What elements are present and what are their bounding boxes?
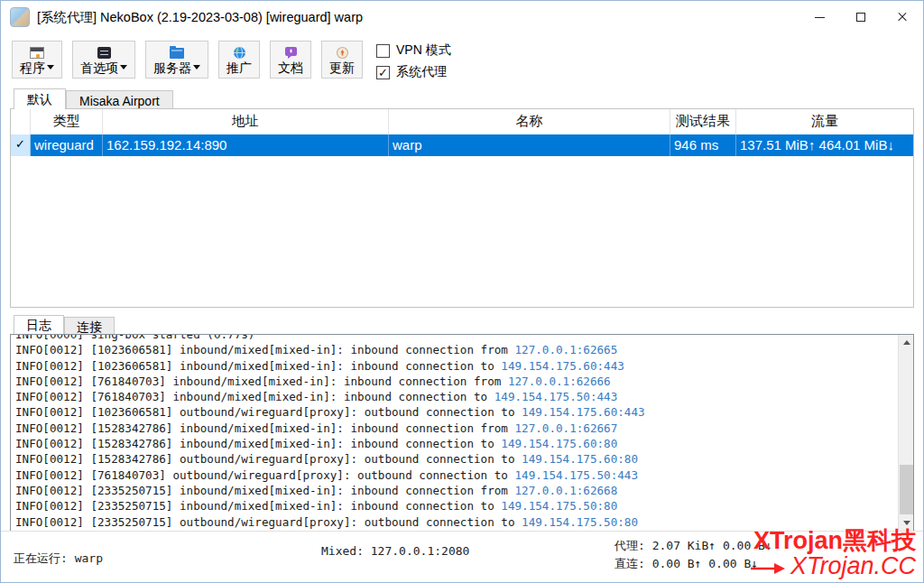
- traffic-stats: 代理: 2.07 KiB↑ 0.00 B↓ 直连: 0.00 B↑ 0.00 B…: [614, 537, 772, 573]
- window-title: [系统代理] NekoBox (2.19-2023-03-08) [wiregu…: [37, 9, 363, 26]
- mixed-listen-address: Mixed: 127.0.0.1:2080: [321, 544, 469, 558]
- close-icon: [897, 12, 908, 23]
- server-folder-icon: [170, 46, 184, 60]
- system-proxy-checkbox[interactable]: ✓ 系统代理: [376, 64, 451, 80]
- title-bar: [系统代理] NekoBox (2.19-2023-03-08) [wiregu…: [1, 1, 923, 33]
- server-button[interactable]: 服务器: [145, 41, 208, 79]
- header-name[interactable]: 名称: [389, 109, 670, 134]
- minimize-icon: [815, 17, 825, 18]
- vpn-mode-checkbox[interactable]: VPN 模式: [376, 42, 451, 59]
- header-test-result[interactable]: 测试结果: [670, 109, 736, 134]
- server-table: 类型 地址 名称 测试结果 流量 ✓ wireguard 162.159.192…: [10, 108, 914, 308]
- table-header-row: 类型 地址 名称 测试结果 流量: [11, 109, 913, 134]
- log-line: INFO[0012] [1023606581] inbound/mixed[mi…: [15, 342, 898, 357]
- close-button[interactable]: [882, 1, 923, 33]
- minimize-button[interactable]: [799, 1, 840, 33]
- proxy-traffic: 代理: 2.07 KiB↑ 0.00 B↓: [614, 537, 772, 555]
- docs-button[interactable]: 文档: [270, 41, 311, 79]
- promotion-button[interactable]: 推广: [218, 41, 260, 79]
- log-line: INFO[0012] [1023606581] outbound/wiregua…: [15, 404, 898, 420]
- vpn-mode-checkbox-box: [376, 44, 390, 58]
- preferences-label: 首选项: [80, 60, 118, 75]
- scrollbar-thumb[interactable]: [900, 465, 913, 514]
- header-traffic[interactable]: 流量: [736, 109, 913, 134]
- maximize-button[interactable]: [840, 1, 882, 33]
- system-proxy-checkbox-box: ✓: [376, 66, 390, 79]
- program-button[interactable]: 程序: [12, 41, 62, 79]
- program-icon: [30, 46, 44, 60]
- watermark-line1: XTrojan黑科技: [751, 528, 916, 553]
- log-line: INFO[0012] [2335250715] inbound/mixed[mi…: [15, 483, 898, 498]
- chevron-down-icon: [193, 65, 200, 69]
- scrollbar-down-icon[interactable]: [899, 515, 914, 531]
- direct-traffic: 直连: 0.00 B↑ 0.00 B↓: [614, 555, 772, 573]
- row-check-cell[interactable]: ✓: [11, 134, 31, 156]
- row-type-cell[interactable]: wireguard: [31, 134, 103, 156]
- status-bar: 正在运行: warp Mixed: 127.0.0.1:2080 代理: 2.0…: [1, 531, 923, 582]
- toolbar: 程序 首选项 服务器 推广 文档 更新: [1, 33, 923, 85]
- header-type[interactable]: 类型: [31, 109, 103, 134]
- log-line: INFO[0012] [1528342786] inbound/mixed[mi…: [15, 421, 898, 436]
- watermark: XTrojan黑科技 XTrojan.CC: [751, 528, 916, 578]
- chevron-down-icon: [47, 65, 54, 69]
- log-line: INFO[0012] [1023606581] inbound/mixed[mi…: [15, 358, 898, 374]
- chat-bubble-icon: [284, 46, 298, 60]
- app-icon: [10, 7, 30, 27]
- log-content[interactable]: INFO[0000] sing-box started (0.77s) INFO…: [11, 334, 898, 531]
- tab-connections[interactable]: 连接: [64, 317, 115, 335]
- docs-label: 文档: [278, 60, 303, 75]
- vpn-mode-label: VPN 模式: [396, 42, 451, 59]
- program-label: 程序: [20, 60, 45, 75]
- log-line: INFO[0012] [1528342786] outbound/wiregua…: [15, 451, 898, 467]
- update-label: 更新: [329, 60, 355, 75]
- window-controls: [799, 1, 923, 33]
- server-label: 服务器: [153, 60, 191, 75]
- watermark-line2-text: XTrojan.CC: [790, 553, 916, 578]
- running-status: 正在运行: warp: [14, 551, 103, 567]
- row-traffic-cell[interactable]: 137.51 MiB↑ 464.01 MiB↓: [736, 134, 913, 156]
- nekobox-window: [系统代理] NekoBox (2.19-2023-03-08) [wiregu…: [0, 0, 924, 583]
- log-line: INFO[0012] [761840703] inbound/mixed[mix…: [15, 389, 898, 404]
- maximize-icon: [856, 13, 865, 22]
- update-button[interactable]: 更新: [321, 41, 363, 79]
- log-line: INFO[0012] [2335250715] inbound/mixed[mi…: [15, 498, 898, 514]
- preferences-icon: [97, 46, 111, 60]
- header-check[interactable]: [11, 109, 31, 134]
- preferences-button[interactable]: 首选项: [72, 41, 135, 79]
- mode-checkbox-group: VPN 模式 ✓ 系统代理: [376, 41, 451, 86]
- row-test-result-cell[interactable]: 946 ms: [670, 134, 736, 156]
- update-icon: [336, 46, 349, 60]
- server-group-tabs: 默认 Misaka Airport: [14, 88, 923, 109]
- tab-log[interactable]: 日志: [14, 315, 64, 335]
- log-tabs: 日志 连接: [14, 315, 923, 335]
- log-line: INFO[0012] [1528342786] inbound/mixed[mi…: [15, 436, 898, 451]
- watermark-line2: XTrojan.CC: [751, 553, 916, 578]
- scrollbar-up-icon[interactable]: [899, 335, 914, 350]
- log-line: INFO[0012] [761840703] outbound/wireguar…: [15, 467, 898, 483]
- log-line: INFO[0012] [2335250715] outbound/wiregua…: [15, 514, 898, 530]
- system-proxy-label: 系统代理: [396, 64, 447, 80]
- row-address-cell[interactable]: 162.159.192.14:890: [103, 134, 389, 156]
- promotion-label: 推广: [226, 60, 252, 75]
- log-panel: INFO[0000] sing-box started (0.77s) INFO…: [10, 334, 914, 532]
- tab-default[interactable]: 默认: [14, 88, 66, 109]
- tab-misaka-airport[interactable]: Misaka Airport: [66, 90, 173, 109]
- table-row[interactable]: ✓ wireguard 162.159.192.14:890 warp 946 …: [11, 134, 913, 156]
- log-scrollbar[interactable]: [898, 335, 913, 531]
- row-name-cell[interactable]: warp: [389, 134, 670, 156]
- log-line: INFO[0000] sing-box started (0.77s): [15, 334, 898, 342]
- log-line: INFO[0012] [761840703] inbound/mixed[mix…: [15, 374, 898, 389]
- chevron-down-icon: [120, 65, 127, 69]
- globe-icon: [233, 46, 246, 60]
- header-address[interactable]: 地址: [103, 109, 389, 134]
